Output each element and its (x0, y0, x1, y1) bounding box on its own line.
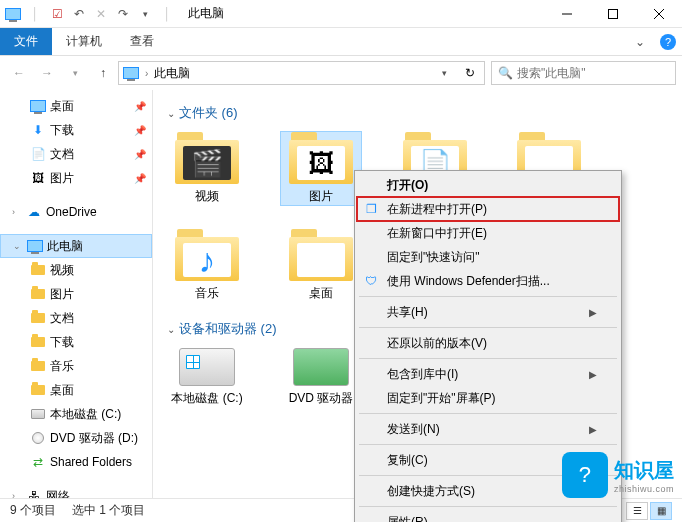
forward-button[interactable]: → (34, 60, 60, 86)
search-input[interactable] (517, 66, 669, 80)
submenu-arrow-icon: ▶ (589, 369, 597, 380)
address-chevron-icon[interactable]: › (145, 68, 148, 79)
submenu-arrow-icon: ▶ (589, 307, 597, 318)
chevron-down-icon[interactable]: ⌄ (167, 108, 175, 119)
tree-dl[interactable]: 下载 (0, 330, 152, 354)
undo-icon[interactable]: ↶ (70, 5, 88, 23)
menu-properties[interactable]: 属性(R) (357, 510, 619, 522)
shield-icon: 🛡 (363, 273, 379, 289)
menu-include-library[interactable]: 包含到库中(I)▶ (357, 362, 619, 386)
chevron-down-icon[interactable]: ⌄ (13, 241, 23, 251)
watermark-brand: 知识屋 (614, 457, 674, 484)
menu-pin-quick[interactable]: 固定到"快速访问" (357, 245, 619, 269)
close-button[interactable] (636, 0, 682, 28)
folder-music[interactable]: ♪ 音乐 (167, 229, 247, 302)
maximize-button[interactable] (590, 0, 636, 28)
view-details-button[interactable]: ☰ (626, 502, 648, 520)
menu-separator (359, 358, 617, 359)
folder-pictures[interactable]: 🖼 图片 (281, 132, 361, 205)
tree-documents[interactable]: 📄文档📌 (0, 142, 152, 166)
window-icon: ❐ (363, 201, 379, 217)
window-controls (544, 0, 682, 28)
tree-downloads[interactable]: ⬇下载📌 (0, 118, 152, 142)
network-icon: 🖧 (26, 488, 42, 498)
pc-icon (123, 67, 139, 79)
dvd-icon (30, 430, 46, 446)
folder-icon (30, 382, 46, 398)
chevron-right-icon[interactable]: › (12, 491, 22, 498)
window-title: 此电脑 (188, 5, 224, 22)
menu-send-to[interactable]: 发送到(N)▶ (357, 417, 619, 441)
tree-network[interactable]: ›🖧网络 (0, 484, 152, 498)
nav-bar: ← → ▾ ↑ › 此电脑 ▾ ↻ 🔍 (0, 56, 682, 90)
menu-open-new-process[interactable]: ❐在新进程中打开(P) (357, 197, 619, 221)
doc-icon: 📄 (30, 146, 46, 162)
qat-separator2: │ (158, 5, 176, 23)
tree-pictures[interactable]: 🖼图片📌 (0, 166, 152, 190)
status-selected-count: 选中 1 个项目 (72, 502, 145, 519)
view-icons-button[interactable]: ▦ (650, 502, 672, 520)
properties-icon[interactable]: ☑ (48, 5, 66, 23)
up-button[interactable]: ↑ (90, 60, 116, 86)
menu-open-new-window[interactable]: 在新窗口中打开(E) (357, 221, 619, 245)
tree-shared[interactable]: ⇄Shared Folders (0, 450, 152, 474)
tree-videos[interactable]: 视频 (0, 258, 152, 282)
back-button[interactable]: ← (6, 60, 32, 86)
group-folders-header[interactable]: ⌄文件夹 (6) (167, 104, 668, 122)
search-icon: 🔍 (498, 66, 513, 80)
folder-icon (30, 358, 46, 374)
status-item-count: 9 个项目 (10, 502, 56, 519)
menu-pin-start[interactable]: 固定到"开始"屏幕(P) (357, 386, 619, 410)
redo-arrow-icon[interactable]: ↷ (114, 5, 132, 23)
qat-dropdown-icon[interactable]: ▾ (136, 5, 154, 23)
history-dropdown[interactable]: ▾ (62, 60, 88, 86)
tab-view[interactable]: 查看 (116, 28, 168, 55)
watermark-url: zhishiwu.com (614, 484, 674, 494)
drive-dvd[interactable]: DVD 驱动器 (281, 348, 361, 407)
tree-desktop[interactable]: 桌面📌 (0, 94, 152, 118)
tree-docs[interactable]: 文档 (0, 306, 152, 330)
refresh-icon[interactable]: ↻ (460, 66, 480, 80)
address-bar[interactable]: › 此电脑 ▾ ↻ (118, 61, 485, 85)
tree-disk-c[interactable]: 本地磁盘 (C:) (0, 402, 152, 426)
folder-videos[interactable]: 🎬 视频 (167, 132, 247, 205)
menu-separator (359, 327, 617, 328)
tab-computer[interactable]: 计算机 (52, 28, 116, 55)
tree-desk[interactable]: 桌面 (0, 378, 152, 402)
tree-dvd[interactable]: DVD 驱动器 (D:) (0, 426, 152, 450)
menu-separator (359, 413, 617, 414)
tree-pics[interactable]: 图片 (0, 282, 152, 306)
chevron-down-icon[interactable]: ⌄ (167, 324, 175, 335)
help-button[interactable]: ? (654, 28, 682, 55)
menu-open[interactable]: 打开(O) (357, 173, 619, 197)
menu-defender[interactable]: 🛡使用 Windows Defender扫描... (357, 269, 619, 293)
submenu-arrow-icon: ▶ (589, 424, 597, 435)
search-box[interactable]: 🔍 (491, 61, 676, 85)
redo-icon[interactable]: ✕ (92, 5, 110, 23)
tree-thispc[interactable]: ⌄此电脑 (0, 234, 152, 258)
qat-separator: │ (26, 5, 44, 23)
quick-access-toolbar: │ ☑ ↶ ✕ ↷ ▾ │ (4, 5, 176, 23)
ribbon-expand-icon[interactable]: ⌄ (626, 28, 654, 55)
folder-icon (30, 334, 46, 350)
address-dropdown-icon[interactable]: ▾ (434, 68, 454, 78)
chevron-right-icon[interactable]: › (12, 207, 22, 217)
tree-onedrive[interactable]: ›☁OneDrive (0, 200, 152, 224)
monitor-icon (30, 98, 46, 114)
disk-icon (30, 406, 46, 422)
pin-icon: 📌 (134, 101, 146, 112)
pin-icon: 📌 (134, 173, 146, 184)
share-icon: ⇄ (30, 454, 46, 470)
onedrive-icon: ☁ (26, 204, 42, 220)
menu-share[interactable]: 共享(H)▶ (357, 300, 619, 324)
drive-c[interactable]: 本地磁盘 (C:) (167, 348, 247, 407)
menu-restore[interactable]: 还原以前的版本(V) (357, 331, 619, 355)
tab-file[interactable]: 文件 (0, 28, 52, 55)
pin-icon: 📌 (134, 149, 146, 160)
address-text[interactable]: 此电脑 (154, 65, 190, 82)
minimize-button[interactable] (544, 0, 590, 28)
tree-music[interactable]: 音乐 (0, 354, 152, 378)
disk-icon (179, 348, 235, 386)
menu-separator (359, 506, 617, 507)
folder-desktop[interactable]: 桌面 (281, 229, 361, 302)
